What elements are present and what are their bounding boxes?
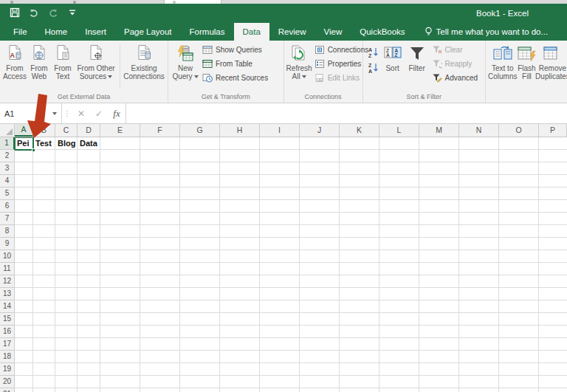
row-header[interactable]: 11 <box>0 263 15 275</box>
row-header[interactable]: 6 <box>0 200 15 213</box>
tab-home[interactable]: Home <box>36 23 77 41</box>
column-header[interactable]: D <box>78 124 100 137</box>
from-access-button[interactable]: A From Access <box>2 41 27 80</box>
save-icon[interactable] <box>9 7 21 18</box>
remove-duplicates-button[interactable]: Remove Duplicates <box>536 41 567 80</box>
tab-review[interactable]: Review <box>269 23 315 41</box>
row-header[interactable]: 18 <box>0 351 15 363</box>
from-text-button[interactable]: From Text <box>51 41 75 80</box>
from-other-sources-button[interactable]: From Other Sources <box>75 41 117 80</box>
clear-filter-button[interactable]: Clear <box>430 43 480 57</box>
existing-connections-button[interactable]: Existing Connections <box>123 41 165 80</box>
row-header[interactable]: 2 <box>0 150 15 162</box>
column-header[interactable]: K <box>340 124 379 137</box>
column-header[interactable]: J <box>300 124 340 137</box>
filter-button[interactable]: Filter <box>405 41 430 72</box>
show-queries-button[interactable]: Show Queries <box>200 43 270 57</box>
formula-input[interactable] <box>126 103 567 123</box>
select-all-corner[interactable] <box>0 124 15 137</box>
properties-button[interactable]: Properties <box>312 57 371 71</box>
undo-icon[interactable] <box>28 7 40 18</box>
row-header[interactable]: 5 <box>0 188 15 200</box>
from-web-label: From Web <box>27 64 51 80</box>
tab-file[interactable]: File <box>4 23 36 41</box>
existing-connections-label: Existing Connections <box>123 64 165 80</box>
tab-view[interactable]: View <box>315 23 351 41</box>
cancel-entry-icon[interactable]: ✕ <box>72 103 90 123</box>
tab-formulas[interactable]: Formulas <box>181 23 234 41</box>
row-header[interactable]: 17 <box>0 338 15 351</box>
reapply-filter-button[interactable]: Reapply <box>430 57 480 71</box>
row-header[interactable]: 15 <box>0 313 15 326</box>
connections-button[interactable]: Connections <box>312 43 371 57</box>
row-header[interactable]: 3 <box>0 162 15 175</box>
tab-page-layout[interactable]: Page Layout <box>115 23 181 41</box>
column-header[interactable]: G <box>180 124 220 137</box>
tab-data[interactable]: Data <box>234 23 269 41</box>
new-query-button[interactable]: New Query <box>171 41 200 80</box>
column-header[interactable]: C <box>55 124 78 137</box>
from-text-label: From Text <box>51 64 75 80</box>
customize-quick-access-icon[interactable] <box>66 7 78 18</box>
insert-function-icon[interactable]: fx <box>108 103 126 123</box>
confirm-entry-icon[interactable]: ✓ <box>90 103 108 123</box>
sort-descending-button[interactable]: ZA <box>365 60 381 75</box>
name-box-caret[interactable] <box>52 112 57 115</box>
row-header[interactable]: 20 <box>0 376 15 388</box>
edit-links-label: Edit Links <box>328 74 360 82</box>
cell-C1[interactable]: Blog <box>55 137 77 149</box>
row-header[interactable]: 9 <box>0 238 15 250</box>
cell-B1[interactable]: Test <box>33 137 55 149</box>
column-header[interactable]: O <box>499 124 539 137</box>
edit-links-button[interactable]: Edit Links <box>312 71 371 85</box>
refresh-all-button[interactable]: Refresh All <box>286 41 312 80</box>
row-header[interactable]: 12 <box>0 275 15 288</box>
row-header[interactable]: 10 <box>0 250 15 263</box>
from-table-button[interactable]: From Table <box>200 57 270 71</box>
flash-fill-button[interactable]: Flash Fill <box>517 41 536 80</box>
sort-button[interactable]: ZAAZ Sort <box>381 41 405 72</box>
column-header[interactable]: B <box>33 124 55 137</box>
filter-icon <box>408 44 427 64</box>
name-box-value: A1 <box>4 109 14 118</box>
name-box[interactable]: A1 <box>0 103 62 123</box>
cell-A1[interactable]: Pei <box>15 137 32 149</box>
column-header[interactable]: N <box>459 124 499 137</box>
tab-insert[interactable]: Insert <box>76 23 115 41</box>
cell-D1[interactable]: Data <box>78 137 100 149</box>
redo-icon[interactable] <box>47 7 59 18</box>
properties-label: Properties <box>328 60 362 68</box>
row-header[interactable]: 19 <box>0 363 15 376</box>
gridline <box>219 137 220 392</box>
from-web-button[interactable]: From Web <box>27 41 51 80</box>
recent-sources-button[interactable]: Recent Sources <box>200 71 270 85</box>
column-header[interactable]: P <box>539 124 567 137</box>
column-header[interactable]: M <box>419 124 459 137</box>
column-header[interactable]: L <box>379 124 419 137</box>
row-header[interactable]: 16 <box>0 326 15 338</box>
row-header[interactable]: 13 <box>0 288 15 300</box>
gridline <box>179 137 180 392</box>
group-label-get-external-data: Get External Data <box>2 92 165 103</box>
sort-ascending-button[interactable]: AZ <box>365 44 381 60</box>
row-header[interactable]: 1 <box>0 137 15 150</box>
tab-quickbooks[interactable]: QuickBooks <box>351 23 413 41</box>
svg-text:A: A <box>368 47 372 52</box>
column-header[interactable]: I <box>260 124 300 137</box>
text-to-columns-button[interactable]: Text to Columns <box>488 41 517 80</box>
column-header[interactable]: E <box>100 124 140 137</box>
advanced-filter-button[interactable]: Advanced <box>430 71 480 85</box>
column-header[interactable]: H <box>220 124 260 137</box>
row-header[interactable]: 7 <box>0 213 15 225</box>
column-header[interactable]: A <box>15 124 33 137</box>
row-header[interactable]: 21 <box>0 388 15 392</box>
grid[interactable]: Pei Test Blog Data <box>15 137 567 392</box>
tell-me-box[interactable]: Tell me what you want to do... <box>425 23 549 41</box>
lightbulb-icon <box>425 27 433 37</box>
row-header[interactable]: 8 <box>0 225 15 238</box>
gridline <box>140 137 140 392</box>
column-header[interactable]: F <box>140 124 180 137</box>
row-header[interactable]: 4 <box>0 175 15 188</box>
formula-bar-separator: ⋮ <box>62 103 72 123</box>
row-header[interactable]: 14 <box>0 300 15 313</box>
